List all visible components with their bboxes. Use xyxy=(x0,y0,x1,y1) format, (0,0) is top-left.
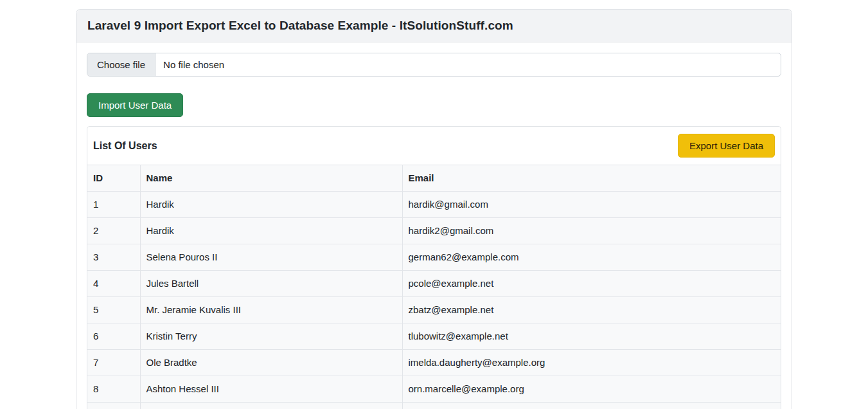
cell-name: Ashton Hessel III xyxy=(140,376,402,403)
users-card-header: List Of Users Export User Data xyxy=(87,127,781,165)
table-row: 8Ashton Hessel IIIorn.marcelle@example.o… xyxy=(87,376,781,403)
cell-email: hardik@gmail.com xyxy=(402,192,781,218)
import-user-data-button[interactable]: Import User Data xyxy=(87,93,183,117)
cell-id: 8 xyxy=(87,376,140,403)
table-row: 6Kristin Terrytlubowitz@example.net xyxy=(87,323,781,350)
cell-id: 3 xyxy=(87,244,140,271)
cell-empty xyxy=(87,403,140,409)
cell-name: Jules Bartell xyxy=(140,271,402,297)
users-table-body: 1Hardikhardik@gmail.com2Hardikhardik2@gm… xyxy=(87,192,781,409)
cell-name: Hardik xyxy=(140,192,402,218)
cell-name: Ole Bradtke xyxy=(140,350,402,376)
table-row: 4Jules Bartellpcole@example.net xyxy=(87,271,781,297)
cell-email: tlubowitz@example.net xyxy=(402,323,781,350)
cell-email: imelda.daugherty@example.org xyxy=(402,350,781,376)
cell-id: 5 xyxy=(87,297,140,323)
users-card-heading: List Of Users xyxy=(93,140,157,152)
table-row-partial xyxy=(87,403,781,409)
cell-name: Selena Pouros II xyxy=(140,244,402,271)
cell-email: hardik2@gmail.com xyxy=(402,218,781,244)
main-card-body: Choose file No file chosen Import User D… xyxy=(76,42,792,409)
column-header-email: Email xyxy=(402,165,781,192)
cell-empty xyxy=(402,403,781,409)
users-table: ID Name Email 1Hardikhardik@gmail.com2Ha… xyxy=(87,165,781,409)
column-header-id: ID xyxy=(87,165,140,192)
cell-empty xyxy=(140,403,402,409)
table-row: 3Selena Pouros IIgerman62@example.com xyxy=(87,244,781,271)
cell-id: 2 xyxy=(87,218,140,244)
table-header-row: ID Name Email xyxy=(87,165,781,192)
table-row: 2Hardikhardik2@gmail.com xyxy=(87,218,781,244)
cell-name: Kristin Terry xyxy=(140,323,402,350)
cell-email: german62@example.com xyxy=(402,244,781,271)
cell-id: 1 xyxy=(87,192,140,218)
file-chosen-status: No file chosen xyxy=(155,53,232,76)
cell-name: Mr. Jeramie Kuvalis III xyxy=(140,297,402,323)
table-row: 7Ole Bradtkeimelda.daugherty@example.org xyxy=(87,350,781,376)
file-upload-input[interactable]: Choose file No file chosen xyxy=(87,53,781,77)
cell-email: orn.marcelle@example.org xyxy=(402,376,781,403)
cell-id: 6 xyxy=(87,323,140,350)
column-header-name: Name xyxy=(140,165,402,192)
table-row: 5Mr. Jeramie Kuvalis IIIzbatz@example.ne… xyxy=(87,297,781,323)
export-user-data-button[interactable]: Export User Data xyxy=(678,134,775,158)
main-card: Laravel 9 Import Export Excel to Databas… xyxy=(76,9,792,409)
page-title: Laravel 9 Import Export Excel to Databas… xyxy=(76,10,792,42)
cell-id: 4 xyxy=(87,271,140,297)
users-card: List Of Users Export User Data ID Name E… xyxy=(87,126,781,409)
table-row: 1Hardikhardik@gmail.com xyxy=(87,192,781,218)
cell-email: pcole@example.net xyxy=(402,271,781,297)
cell-id: 7 xyxy=(87,350,140,376)
choose-file-button[interactable]: Choose file xyxy=(87,53,155,76)
cell-email: zbatz@example.net xyxy=(402,297,781,323)
cell-name: Hardik xyxy=(140,218,402,244)
